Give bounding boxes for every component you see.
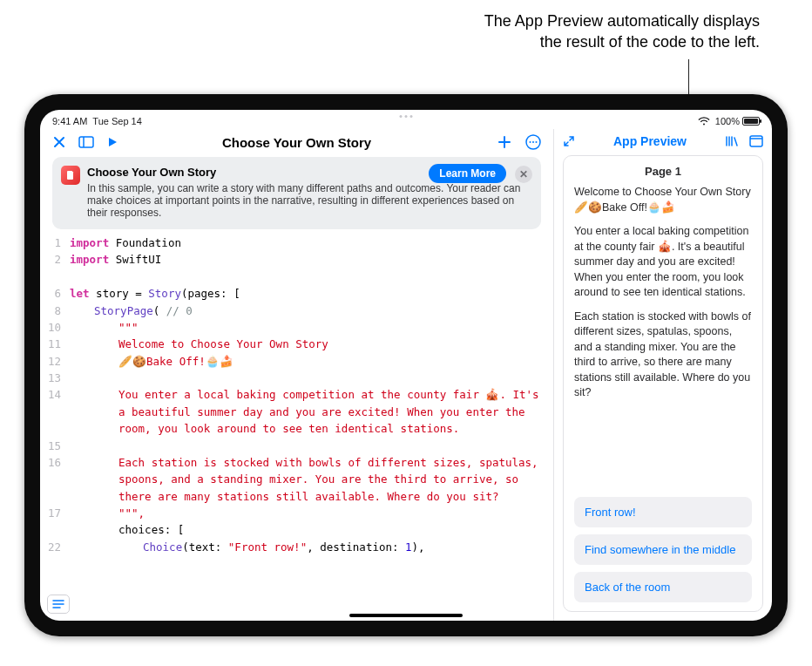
editor-pane: Choose Your Own Story Choose You: [40, 129, 554, 621]
more-icon[interactable]: [525, 134, 541, 150]
code-editor[interactable]: 1import Foundation 2import SwiftUI 6let …: [40, 234, 553, 621]
status-bar: 9:41 AM Tue Sep 14 100%: [40, 110, 772, 129]
close-icon[interactable]: [52, 135, 66, 149]
preview-title: App Preview: [585, 134, 714, 148]
editor-title: Choose Your Own Story: [222, 135, 371, 150]
run-icon[interactable]: [106, 136, 118, 148]
expand-icon[interactable]: [563, 135, 575, 147]
preview-pane: App Preview Page 1 Welcome to Choose You…: [554, 129, 772, 621]
multitask-dots-icon[interactable]: [400, 115, 413, 118]
choice-button-front-row[interactable]: Front row!: [574, 497, 752, 527]
svg-rect-6: [750, 136, 762, 146]
ipad-screen: 9:41 AM Tue Sep 14 100%: [40, 110, 772, 621]
svg-point-5: [536, 141, 538, 143]
app-preview-card: Page 1 Welcome to Choose Your Own Story …: [563, 155, 763, 612]
svg-point-3: [530, 141, 531, 143]
sample-info-card: Choose Your Own Story In this sample, yo…: [52, 157, 541, 229]
add-icon[interactable]: [497, 135, 511, 149]
status-date: Tue Sep 14: [92, 116, 141, 126]
svg-rect-0: [79, 137, 93, 147]
editor-toolbar: Choose Your Own Story: [40, 129, 553, 153]
wifi-icon: [698, 117, 710, 126]
sidebar-toggle-icon[interactable]: [78, 136, 94, 148]
callout-pointer-line: [688, 59, 689, 96]
learn-more-button[interactable]: Learn More: [429, 164, 506, 183]
ipad-frame: 9:41 AM Tue Sep 14 100%: [24, 94, 788, 636]
battery-pct: 100%: [715, 116, 740, 126]
preview-page-title: Page 1: [574, 165, 752, 178]
window-icon[interactable]: [749, 135, 763, 147]
battery-indicator: 100%: [715, 116, 760, 126]
preview-paragraph: Each station is stocked with bowls of di…: [574, 309, 752, 401]
info-card-body: In this sample, you can write a story wi…: [87, 182, 531, 219]
info-card-close-button[interactable]: ✕: [515, 166, 532, 183]
choice-button-middle[interactable]: Find somewhere in the middle: [574, 534, 752, 565]
sample-app-icon: [61, 166, 80, 185]
callout-line2: the result of the code to the left.: [0, 31, 760, 52]
choice-button-back[interactable]: Back of the room: [574, 572, 752, 602]
annotation-callout: The App Preview automatically displays t…: [0, 10, 760, 53]
format-button[interactable]: [47, 595, 70, 614]
preview-paragraph: Welcome to Choose Your Own Story 🥖🍪Bake …: [574, 185, 752, 215]
preview-toolbar: App Preview: [554, 129, 772, 152]
preview-paragraph: You enter a local baking competition at …: [574, 224, 752, 301]
svg-point-4: [532, 141, 534, 143]
home-indicator[interactable]: [349, 614, 463, 617]
status-time: 9:41 AM: [52, 116, 87, 126]
callout-line1: The App Preview automatically displays: [0, 10, 760, 31]
library-icon[interactable]: [725, 135, 739, 147]
